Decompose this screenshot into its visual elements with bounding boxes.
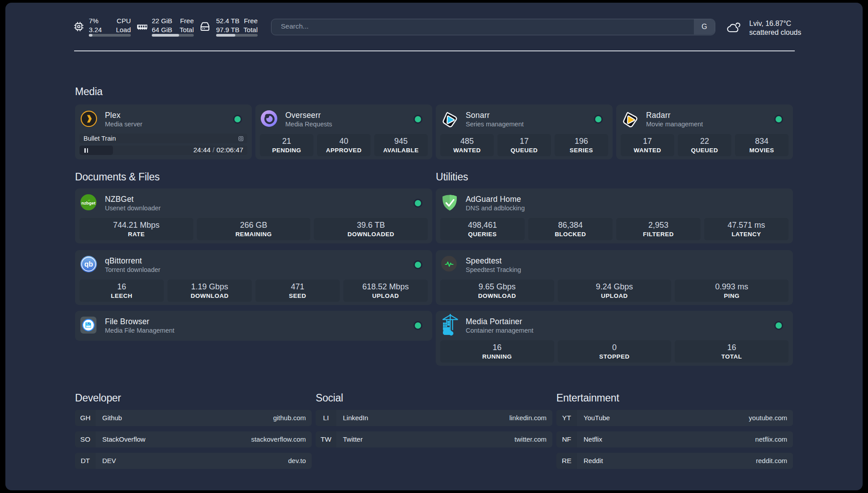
svg-text:nzbget: nzbget	[81, 201, 96, 205]
svg-text:qb: qb	[84, 260, 93, 268]
